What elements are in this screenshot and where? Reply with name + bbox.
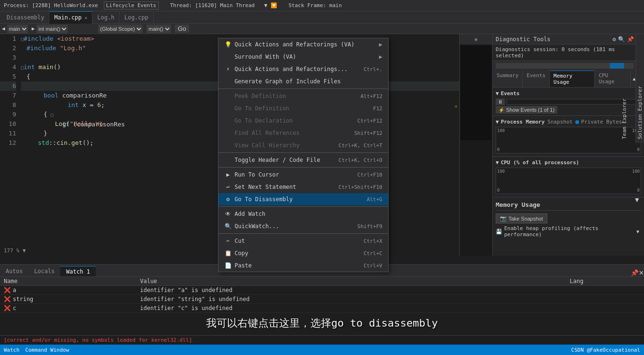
scope-dropdown-3[interactable]: (Global Scope)	[98, 25, 143, 33]
menu-set-next-statement[interactable]: ↩ Set Next Statement Ctrl+Shift+F10	[218, 181, 388, 193]
col-value: Value	[136, 277, 566, 286]
tab-main-cpp[interactable]: Main.cpp ✕	[49, 11, 92, 24]
bottom-close-icon[interactable]: ✕	[639, 269, 644, 276]
status-command-window[interactable]: Command Window	[25, 347, 69, 353]
context-menu: 💡 Quick Actions and Refactorings (VA) ▶ …	[218, 38, 389, 272]
watch-lang-string	[566, 295, 644, 304]
watch-lang-a	[566, 286, 644, 295]
menu-copy[interactable]: 📋 Copy Ctrl+C	[218, 247, 388, 259]
diag-tab-summary[interactable]: Summary	[493, 71, 523, 87]
watch-row-c[interactable]: ❌c identifier "c" is undefined	[0, 304, 644, 313]
solution-explorer-tab[interactable]: Solution Explorer	[637, 38, 643, 139]
snapshot-icon: 📷	[500, 215, 507, 222]
tab-log-h[interactable]: Log.h	[92, 11, 119, 24]
status-watch[interactable]: Watch	[4, 347, 19, 353]
cpu-graph: 100 0 100 0	[496, 168, 641, 194]
copy-icon: 📋	[224, 249, 232, 257]
team-explorer-tab[interactable]: Team Explorer	[621, 47, 627, 139]
menu-quick-actions-refactorings[interactable]: ⚡ Quick Actions and Refactorings... Ctrl…	[218, 63, 388, 75]
watch-name-c: ❌c	[0, 304, 136, 313]
memory-usage-title: Memory Usage	[496, 199, 641, 211]
watch-value-a: identifier "a" is undefined	[136, 286, 566, 295]
diag-settings-icon[interactable]: ⚙	[613, 36, 616, 43]
heap-profiling-row: 💾 Enable heap profiling (affects perform…	[496, 225, 641, 238]
watch-row-a[interactable]: ❌a identifier "a" is undefined	[0, 286, 644, 295]
separator-5	[218, 233, 388, 234]
disassembly-icon: ⚙	[224, 195, 232, 203]
menu-goto-decl: Go To Declaration Ctrl+F12	[218, 115, 388, 127]
show-events-button[interactable]: ⚡ Show Events (1 of 1)	[496, 106, 557, 114]
menu-add-watch[interactable]: 👁 Add Watch	[218, 208, 388, 220]
tab-disassembly[interactable]: Disassembly	[2, 11, 49, 24]
watch-table-container: Name Value Lang ❌a identifier "a" is und…	[0, 277, 644, 335]
run-cursor-icon: ▶	[224, 171, 232, 178]
add-watch-icon: 👁	[224, 210, 232, 218]
cpu-expand-button[interactable]: ▼	[633, 195, 641, 204]
separator-1	[218, 89, 388, 89]
events-header: ▼ Events	[496, 89, 641, 98]
tab-watch1[interactable]: Watch 1	[60, 266, 96, 276]
menu-paste[interactable]: 📄 Paste Ctrl+V	[218, 259, 388, 272]
minimap: ⊕	[459, 34, 492, 256]
events-toolbar: ⏸	[496, 98, 641, 106]
watch-lang-c	[566, 304, 644, 313]
close-main-cpp[interactable]: ✕	[84, 15, 87, 20]
stackframe-label: Stack Frame: main	[289, 2, 342, 9]
diag-pin-icon[interactable]: 📌	[627, 36, 634, 43]
tab-log-cpp[interactable]: Log.cpp	[119, 11, 154, 24]
go-button[interactable]: Go	[175, 25, 189, 33]
process-memory-graph: 100 0 100 0	[496, 127, 641, 153]
menu-run-to-cursor[interactable]: ▶ Run To Cursor Ctrl+F10	[218, 169, 388, 181]
separator-3	[218, 167, 388, 168]
menu-peek-def: Peek Definition Alt+F12	[218, 90, 388, 102]
tab-autos[interactable]: Autos	[0, 266, 28, 276]
lightbulb-icon: 💡	[224, 41, 232, 48]
menu-surround-with-va[interactable]: Surround With (VA) ▶	[218, 51, 388, 63]
code-nav: ◀ main ▶ int main() (Global Scope) main(…	[0, 24, 644, 34]
cpu-header: ▼ CPU (% of all processors)	[496, 159, 641, 167]
top-bar: Process: [2288] HelloWorld.exe Lifecycle…	[0, 0, 644, 11]
status-bar-right: CSDN @FakeOccupational	[571, 347, 640, 353]
thread-label: Thread: [11620] Main Thread	[170, 2, 255, 9]
scope-dropdown-4[interactable]: main()	[146, 25, 171, 33]
diag-title: Diagnostic Tools	[496, 36, 551, 43]
zoom-indicator: 177 % ▼	[0, 247, 29, 255]
lifecycle-label[interactable]: Lifecycle Events	[104, 1, 159, 9]
side-tabs: Solution Explorer Team Explorer	[635, 34, 644, 143]
heap-expand-button[interactable]: ▼	[635, 228, 641, 235]
menu-generate-graph[interactable]: Generate Graph of Include Files	[218, 75, 388, 88]
watch-name-string: ❌string	[0, 295, 136, 304]
take-snapshot-button[interactable]: 📷 Take Snapshot	[496, 213, 547, 223]
menu-goto-disassembly[interactable]: ⚙ Go To Disassembly Alt+G	[218, 193, 388, 205]
menu-quick-actions-va[interactable]: 💡 Quick Actions and Refactorings (VA) ▶	[218, 38, 388, 51]
col-name: Name	[0, 277, 136, 286]
separator-4	[218, 206, 388, 207]
bottom-panel: Autos Locals Watch 1 📌 ✕ Name Value Lang	[0, 264, 644, 345]
watch-row-string[interactable]: ❌string identifier "string" is undefined	[0, 295, 644, 304]
menu-cut[interactable]: ✂ Cut Ctrl+X	[218, 235, 388, 247]
separator-2	[218, 152, 388, 153]
paste-icon: 📄	[224, 262, 232, 269]
line-numbers: 12345 6 789101112	[0, 34, 19, 148]
menu-view-call-hierarchy: View Call Hierarchy Ctrl+K, Ctrl+T	[218, 139, 388, 151]
scope-dropdown-2[interactable]: int main()	[36, 25, 68, 33]
col-lang: Lang	[566, 277, 644, 286]
quickwatch-icon: 🔍	[224, 222, 232, 230]
diag-tab-memory[interactable]: Memory Usage	[550, 71, 595, 87]
menu-quickwatch[interactable]: 🔍 QuickWatch... Shift+F9	[218, 220, 388, 232]
tab-locals[interactable]: Locals	[28, 266, 60, 276]
pause-button[interactable]: ⏸	[496, 98, 505, 105]
status-watermark: CSDN @FakeOccupational	[571, 347, 640, 353]
menu-toggle-header[interactable]: Toggle Header / Code File Ctrl+K, Ctrl+O	[218, 154, 388, 166]
status-bar-left: Watch Command Window	[4, 347, 69, 353]
menu-find-refs: Find All References Shift+F12	[218, 127, 388, 139]
process-label: Process: [2288] HelloWorld.exe	[4, 2, 98, 9]
nav-arrow-left[interactable]: ◀	[2, 26, 5, 32]
diag-search-icon[interactable]: 🔍	[618, 36, 625, 43]
watch-table: Name Value Lang ❌a identifier "a" is und…	[0, 277, 644, 313]
diag-tab-events[interactable]: Events	[523, 71, 550, 87]
bottom-pin-icon[interactable]: 📌	[631, 269, 639, 276]
error-bar: [correct and/or missing, no symbols load…	[0, 335, 644, 345]
memory-usage-section: Memory Usage 📷 Take Snapshot 💾 Enable he…	[493, 197, 644, 240]
scope-dropdown-1[interactable]: main	[7, 25, 28, 33]
